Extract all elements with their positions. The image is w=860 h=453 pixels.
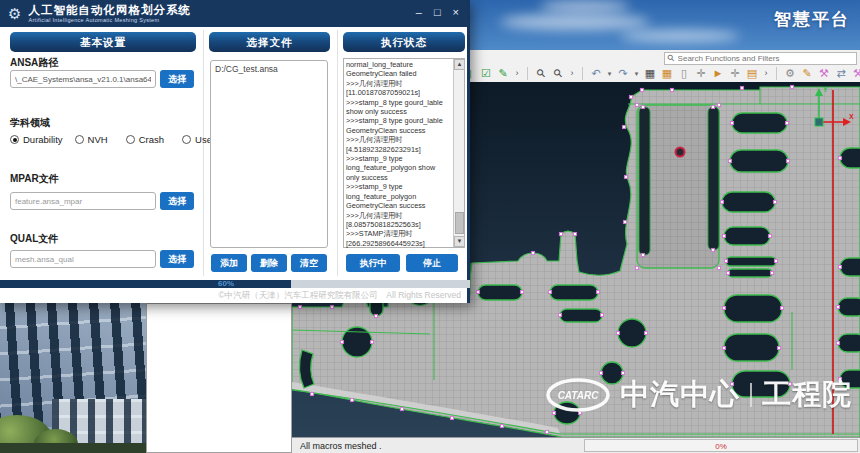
vertical-slot bbox=[708, 107, 719, 250]
redo-dropdown-icon[interactable]: ▾ bbox=[633, 66, 640, 81]
desktop-wallpaper-building bbox=[0, 303, 146, 453]
shrub bbox=[0, 443, 146, 453]
meshing-dialog: ⚙ 人工智能自动化网格划分系统 Artificial Intelligence … bbox=[0, 0, 470, 303]
chevron-expand-icon[interactable]: › bbox=[513, 66, 521, 81]
dialog-title: 人工智能自动化网格划分系统 bbox=[28, 4, 191, 17]
radio-dot bbox=[126, 135, 135, 144]
vertical-slot bbox=[639, 107, 650, 255]
checkbox-checked-icon[interactable]: ☑ bbox=[479, 66, 493, 81]
execution-log[interactable]: normal_long_feature GeometryClean failed… bbox=[343, 58, 465, 248]
mpar-label: MPAR文件 bbox=[10, 172, 59, 186]
scroll-thumb[interactable] bbox=[455, 212, 464, 234]
radio-nvh[interactable]: NVH bbox=[75, 134, 108, 145]
qual-input[interactable] bbox=[10, 250, 156, 268]
table-list-icon[interactable]: ▤ bbox=[745, 66, 759, 81]
spray-tool-icon[interactable]: ⚒ bbox=[851, 66, 860, 81]
qual-label: QUAL文件 bbox=[10, 232, 58, 246]
radio-dot bbox=[75, 135, 84, 144]
stop-button[interactable]: 停止 bbox=[406, 254, 458, 272]
column-divider bbox=[203, 30, 204, 276]
search-input[interactable] bbox=[678, 54, 853, 63]
progress-percent: 60% bbox=[206, 279, 246, 288]
zoom-region-icon[interactable]: ⚲ bbox=[534, 66, 548, 81]
section-header-status: 执行状态 bbox=[343, 32, 465, 52]
file-list[interactable]: D:/CG_test.ansa bbox=[210, 60, 328, 248]
scroll-up-icon[interactable]: ▲ bbox=[454, 59, 465, 70]
dialog-titlebar[interactable]: ⚙ 人工智能自动化网格划分系统 Artificial Intelligence … bbox=[0, 0, 467, 27]
logo-divider bbox=[750, 383, 752, 407]
catarc-logo-text-cn: 中汽中心 bbox=[620, 375, 740, 415]
delete-button[interactable]: 删除 bbox=[251, 254, 287, 272]
catarc-logo: CATARC 中汽中心 工程院 bbox=[546, 375, 852, 415]
search-icon: ⚲ bbox=[666, 53, 677, 64]
ansa-path-input[interactable] bbox=[10, 70, 156, 88]
axis-y-label: Y bbox=[823, 86, 828, 93]
status-message: All macros meshed . bbox=[300, 441, 382, 451]
cloud-shape bbox=[500, 14, 650, 30]
clear-button[interactable]: 清空 bbox=[291, 254, 327, 272]
catarc-logo-text-cn2: 工程院 bbox=[762, 375, 852, 415]
svg-text:CATARC: CATARC bbox=[558, 390, 600, 401]
add-button[interactable]: 添加 bbox=[211, 254, 247, 272]
toolbar-separator bbox=[582, 67, 583, 80]
bell-icon[interactable]: ► bbox=[711, 66, 725, 81]
progress-bar: 60% bbox=[0, 280, 470, 288]
scroll-down-icon[interactable]: ▼ bbox=[454, 236, 465, 247]
radio-crash[interactable]: Crash bbox=[126, 134, 164, 145]
move-arrows-icon[interactable]: ✛ bbox=[694, 66, 708, 81]
column-divider bbox=[337, 30, 338, 276]
radio-dot bbox=[10, 135, 19, 144]
edit-form-icon[interactable]: ✎ bbox=[800, 66, 814, 81]
radio-durability[interactable]: Durability bbox=[10, 134, 63, 145]
dialog-footer: ©中汽研（天津）汽车工程研究院有限公司 All Rights Reserved bbox=[0, 288, 467, 303]
platform-title: 智慧平台 bbox=[774, 8, 850, 31]
ansa-toolbar: ▮ ☑ ✎ › ⚲ ⚲ › ↶ ▾ ↷ ▾ ▦ ▦ ▯ ✛ ► ✛ ▤ › ⚙ … bbox=[462, 65, 860, 82]
section-header-files: 选择文件 bbox=[209, 32, 330, 52]
zoom-icon[interactable]: ⚲ bbox=[551, 66, 565, 81]
pencil-icon[interactable]: ✎ bbox=[496, 66, 510, 81]
chevron-expand-icon[interactable]: › bbox=[568, 66, 576, 81]
undo-icon[interactable]: ↶ bbox=[589, 66, 603, 81]
ansa-path-label: ANSA路径 bbox=[10, 56, 58, 70]
side-list-panel[interactable] bbox=[146, 303, 292, 453]
status-progress: 0% bbox=[584, 439, 858, 452]
running-button[interactable]: 执行中 bbox=[346, 254, 400, 272]
progress-fill bbox=[0, 280, 291, 288]
dialog-logo-icon: ⚙ bbox=[8, 6, 21, 21]
undo-dropdown-icon[interactable]: ▾ bbox=[606, 66, 613, 81]
frames-icon[interactable]: ▦ bbox=[660, 66, 674, 81]
toolbar-separator bbox=[527, 67, 528, 80]
section-header-basic: 基本设置 bbox=[10, 32, 196, 52]
axis-x-label: X bbox=[849, 113, 854, 120]
cloud-shape bbox=[620, 30, 740, 42]
catarc-logo-mark: CATARC bbox=[546, 377, 610, 413]
maximize-button[interactable]: □ bbox=[434, 5, 441, 19]
domain-label: 学科领域 bbox=[10, 116, 50, 130]
log-text: normal_long_feature GeometryClean failed… bbox=[346, 60, 452, 248]
mpar-select-button[interactable]: 选择 bbox=[160, 192, 194, 210]
qual-select-button[interactable]: 选择 bbox=[160, 250, 194, 268]
swap-arrows-icon[interactable]: ⇄ bbox=[834, 66, 848, 81]
selected-node-marker bbox=[676, 148, 685, 157]
close-button[interactable]: × bbox=[453, 5, 459, 19]
pan-arrows-icon[interactable]: ✛ bbox=[728, 66, 742, 81]
film-strip-icon[interactable]: ▦ bbox=[643, 66, 657, 81]
log-scrollbar[interactable]: ▲ ▼ bbox=[453, 59, 464, 247]
minimize-button[interactable]: – bbox=[416, 5, 422, 19]
chevron-expand-icon[interactable]: › bbox=[762, 66, 770, 81]
file-list-item[interactable]: D:/CG_test.ansa bbox=[215, 64, 323, 74]
mpar-input[interactable] bbox=[10, 192, 156, 210]
ansa-path-select-button[interactable]: 选择 bbox=[160, 70, 194, 88]
jack-tool-icon[interactable]: ⚒ bbox=[817, 66, 831, 81]
dialog-subtitle: Artificial Intelligence Automatic Meshin… bbox=[28, 17, 191, 23]
screen: 智慧平台 ⚲ ▮ ☑ ✎ › ⚲ ⚲ › ↶ ▾ ↷ ▾ ▦ ▦ bbox=[0, 0, 860, 453]
cloud-shape bbox=[540, 0, 630, 12]
domain-radio-group: Durability NVH Crash User bbox=[10, 134, 215, 145]
redo-icon[interactable]: ↷ bbox=[616, 66, 630, 81]
radio-dot bbox=[182, 135, 191, 144]
trash-icon[interactable]: ▯ bbox=[677, 66, 691, 81]
toolbar-separator bbox=[776, 67, 777, 80]
ansa-statusbar: All macros meshed . 0% bbox=[292, 437, 860, 453]
wrench-icon[interactable]: ⚙ bbox=[783, 66, 797, 81]
search-box[interactable]: ⚲ bbox=[664, 52, 857, 65]
